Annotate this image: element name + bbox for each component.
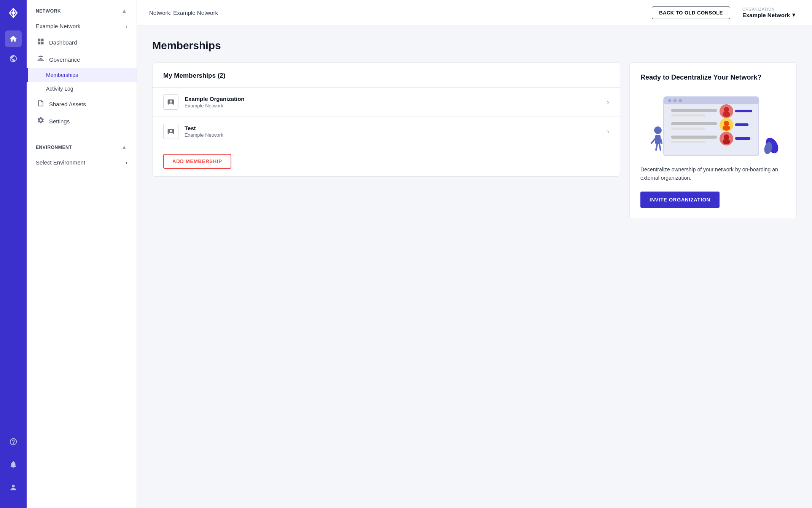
sidebar-item-settings[interactable]: Settings (27, 113, 137, 130)
shared-assets-icon (37, 99, 45, 109)
svg-rect-2 (664, 97, 759, 104)
sidebar-item-memberships[interactable]: Memberships (27, 68, 137, 82)
breadcrumb: Network: Example Network (149, 10, 218, 16)
svg-point-18 (723, 125, 730, 131)
sidebar-item-dashboard[interactable]: Dashboard (27, 34, 137, 51)
sidebar-item-activity-log[interactable]: Activity Log (27, 82, 137, 96)
memberships-card: My Memberships (2) Example Organization … (152, 62, 620, 177)
activity-log-label: Activity Log (46, 86, 73, 92)
sidebar-select-environment[interactable]: Select Environment › (27, 155, 137, 170)
membership-org-0: Example Organization (185, 96, 601, 102)
governance-label: Governance (49, 56, 80, 63)
sidebar-item-governance[interactable]: Governance (27, 51, 137, 68)
back-to-old-console-button[interactable]: BACK TO OLD CONSOLE (652, 6, 730, 19)
svg-line-29 (659, 144, 661, 150)
membership-icon-0 (163, 94, 178, 110)
membership-list: Example Organization Example Network › T… (153, 88, 620, 146)
network-section-label: NETWORK (36, 8, 61, 14)
svg-rect-11 (671, 141, 705, 143)
svg-rect-23 (735, 137, 750, 140)
memberships-label: Memberships (46, 72, 78, 78)
svg-point-20 (723, 139, 730, 144)
svg-point-16 (723, 112, 730, 117)
svg-point-5 (679, 99, 682, 102)
svg-line-28 (656, 144, 657, 150)
svg-point-3 (668, 99, 671, 102)
page-title: Memberships (152, 40, 797, 52)
decentralize-card: Ready to Decentralize Your Network? (629, 62, 797, 219)
org-dropdown-icon: ▾ (792, 11, 795, 18)
sidebar-icon-bell[interactable] (5, 456, 22, 473)
add-membership-button[interactable]: ADD MEMBERSHIP (163, 154, 231, 169)
membership-info-0: Example Organization Example Network (185, 96, 601, 109)
sidebar-icon-question[interactable] (5, 433, 22, 450)
svg-rect-9 (671, 128, 705, 130)
governance-icon (37, 55, 45, 64)
membership-item[interactable]: Example Organization Example Network › (153, 88, 620, 117)
logo[interactable] (5, 5, 22, 21)
page-content: Memberships My Memberships (2) Example O… (137, 26, 812, 508)
sidebar-item-shared-assets[interactable]: Shared Assets (27, 96, 137, 113)
environment-chevron-icon: › (126, 159, 127, 166)
membership-item-1[interactable]: Test Example Network › (153, 117, 620, 146)
decentralize-desc: Decentralize ownership of your network b… (640, 165, 786, 182)
membership-network-0: Example Network (185, 103, 601, 109)
environment-section-chevron: ▲ (121, 144, 127, 151)
org-selector[interactable]: ORGANIZATION Example Network ▾ (738, 5, 800, 21)
dashboard-icon (37, 38, 45, 47)
svg-point-0 (12, 11, 15, 14)
svg-rect-22 (735, 123, 748, 126)
sidebar-icon-globe[interactable] (5, 50, 22, 67)
sidebar: NETWORK ▲ Example Network › Dashboard Go… (27, 0, 137, 508)
membership-network-1: Example Network (185, 132, 601, 138)
dashboard-label: Dashboard (49, 39, 77, 46)
settings-label: Settings (49, 118, 70, 125)
sidebar-divider (27, 133, 137, 133)
invite-organization-button[interactable]: INVITE ORGANIZATION (640, 192, 720, 208)
environment-section-header[interactable]: ENVIRONMENT ▲ (27, 136, 137, 155)
header-right: BACK TO OLD CONSOLE ORGANIZATION Example… (652, 5, 800, 21)
svg-point-4 (673, 99, 677, 102)
membership-arrow-1: › (607, 128, 609, 136)
svg-point-24 (654, 126, 662, 134)
svg-rect-21 (735, 110, 752, 112)
membership-org-1: Test (185, 125, 601, 131)
settings-icon (37, 117, 45, 126)
membership-info-1: Test Example Network (185, 125, 601, 138)
svg-point-15 (724, 107, 729, 112)
sidebar-icon-user[interactable] (5, 479, 22, 496)
header: Network: Example Network BACK TO OLD CON… (137, 0, 812, 26)
org-label: ORGANIZATION (742, 7, 775, 11)
sidebar-network-name[interactable]: Example Network › (27, 18, 137, 34)
svg-rect-7 (671, 114, 705, 117)
decentralize-title: Ready to Decentralize Your Network? (640, 73, 786, 81)
svg-line-26 (651, 139, 655, 143)
svg-rect-10 (671, 136, 717, 139)
memberships-card-footer: ADD MEMBERSHIP (153, 146, 620, 176)
svg-rect-6 (671, 109, 717, 112)
org-name: Example Network (742, 12, 790, 18)
network-section-chevron: ▲ (121, 8, 127, 14)
svg-rect-1 (664, 97, 759, 156)
decentralize-illustration (640, 89, 786, 158)
network-section-header[interactable]: NETWORK ▲ (27, 0, 137, 18)
org-name-row: Example Network ▾ (742, 11, 795, 18)
svg-point-19 (724, 134, 729, 140)
cards-row: My Memberships (2) Example Organization … (152, 62, 797, 219)
svg-point-17 (724, 121, 729, 126)
membership-icon-1 (163, 124, 178, 139)
svg-line-27 (661, 139, 662, 143)
environment-section-label: ENVIRONMENT (36, 145, 72, 150)
membership-arrow-0: › (607, 98, 609, 106)
main: Network: Example Network BACK TO OLD CON… (137, 0, 812, 508)
icon-bar (0, 0, 27, 508)
network-chevron-icon: › (126, 23, 127, 29)
svg-rect-8 (671, 122, 717, 125)
shared-assets-label: Shared Assets (49, 101, 86, 107)
sidebar-icon-home[interactable] (5, 30, 22, 47)
svg-rect-25 (655, 135, 661, 144)
memberships-card-header: My Memberships (2) (153, 63, 620, 88)
